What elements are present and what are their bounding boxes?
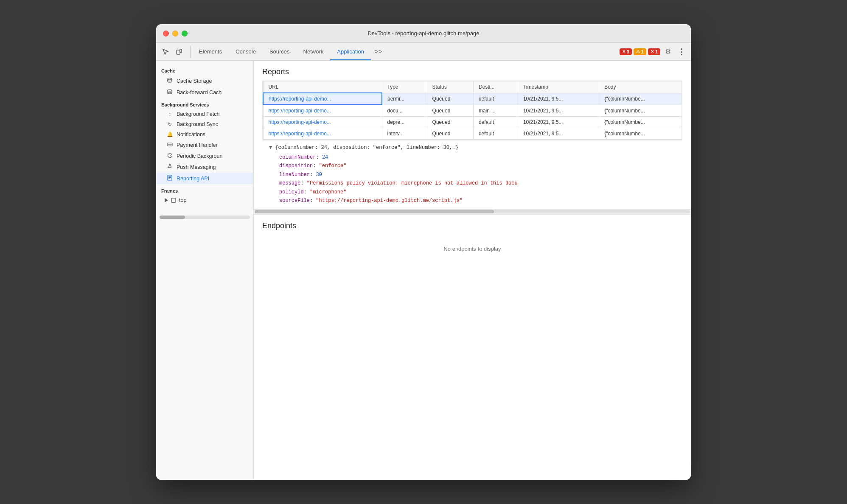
more-options-icon[interactable]: ⋮ — [676, 46, 687, 58]
detail-key: disposition — [279, 163, 313, 169]
tab-console[interactable]: Console — [229, 43, 263, 60]
device-mode-icon[interactable] — [173, 46, 185, 58]
content-inner: Reports URL Type Status Desti... Timesta… — [254, 61, 691, 480]
settings-icon[interactable]: ⚙ — [662, 46, 674, 58]
close-button[interactable] — [163, 31, 169, 36]
destination-cell: default — [473, 128, 518, 140]
status-cell: Queued — [427, 105, 473, 117]
detail-separator: : — [300, 180, 306, 186]
sidebar: Cache Cache Storage — [156, 61, 254, 480]
no-endpoints-text: No endpoints to display — [262, 237, 682, 260]
detail-key: lineNumber — [279, 172, 310, 178]
sidebar-section-cache: Cache — [156, 64, 253, 75]
frame-icon — [171, 197, 177, 203]
warn-badge[interactable]: ⚠ 1 — [634, 48, 646, 55]
detail-separator: : — [313, 163, 319, 169]
notifications-icon: 🔔 — [166, 132, 173, 137]
sidebar-item-bg-sync[interactable]: ↻ Background Sync — [156, 119, 253, 129]
reports-table: URL Type Status Desti... Timestamp Body … — [263, 81, 682, 140]
type-cell: depre... — [382, 117, 427, 128]
sidebar-section-frames: Frames — [156, 184, 253, 195]
detail-line: lineNumber: 30 — [269, 171, 676, 179]
expand-arrow-icon — [165, 198, 168, 202]
detail-value: "Permissions policy violation: microphon… — [307, 180, 518, 186]
cache-storage-icon — [166, 77, 173, 84]
inspect-icon[interactable] — [160, 46, 171, 58]
error-icon: ✕ — [622, 49, 625, 54]
sidebar-item-periodic-bg[interactable]: Periodic Backgroun — [156, 151, 253, 162]
detail-header: ▼ {columnNumber: 24, disposition: "enfor… — [269, 145, 676, 151]
body-cell: {"columnNumbe... — [599, 93, 682, 105]
url-cell[interactable]: https://reporting-api-demo... — [263, 117, 382, 128]
titlebar: DevTools - reporting-api-demo.glitch.me/… — [156, 24, 691, 43]
type-cell: interv... — [382, 128, 427, 140]
timestamp-cell: 10/21/2021, 9:5... — [518, 128, 599, 140]
sidebar-item-push-messaging[interactable]: Push Messaging — [156, 162, 253, 173]
maximize-button[interactable] — [182, 31, 188, 36]
tab-application[interactable]: Application — [330, 43, 371, 60]
status-cell: Queued — [427, 128, 473, 140]
detail-key: policyId — [279, 189, 304, 195]
detail-key: sourceFile — [279, 198, 310, 204]
url-cell[interactable]: https://reporting-api-demo... — [263, 93, 382, 105]
reports-title: Reports — [254, 61, 691, 81]
err2-badge[interactable]: ✕ 1 — [648, 48, 660, 55]
bg-sync-icon: ↻ — [166, 121, 173, 127]
sidebar-scrollbar-thumb — [160, 216, 185, 219]
sidebar-item-cache-storage[interactable]: Cache Storage — [156, 75, 253, 87]
detail-line: disposition: "enforce" — [269, 162, 676, 170]
body-cell: {"columnNumbe... — [599, 128, 682, 140]
back-forward-icon — [166, 89, 173, 96]
svg-point-9 — [169, 164, 170, 165]
toolbar-left-icons — [160, 46, 191, 58]
tab-sources[interactable]: Sources — [263, 43, 297, 60]
scrollbar-thumb — [255, 210, 494, 213]
col-url: URL — [263, 81, 382, 93]
scrollbar-track — [255, 210, 690, 213]
svg-point-3 — [168, 90, 172, 91]
periodic-bg-icon — [166, 153, 173, 160]
table-row[interactable]: https://reporting-api-demo...permi...Que… — [263, 93, 682, 105]
window-controls — [163, 31, 188, 36]
reports-area: URL Type Status Desti... Timestamp Body … — [254, 81, 691, 209]
sidebar-item-back-forward[interactable]: Back-forward Cach — [156, 87, 253, 98]
sidebar-scrollbar[interactable] — [160, 216, 250, 219]
sidebar-item-bg-fetch[interactable]: ↕ Background Fetch — [156, 109, 253, 119]
body-cell: {"columnNumbe... — [599, 117, 682, 128]
tab-network[interactable]: Network — [297, 43, 331, 60]
timestamp-cell: 10/21/2021, 9:5... — [518, 117, 599, 128]
detail-separator: : — [310, 172, 316, 178]
url-cell[interactable]: https://reporting-api-demo... — [263, 105, 382, 117]
detail-lines: columnNumber: 24disposition: "enforce"li… — [269, 153, 676, 205]
table-row[interactable]: https://reporting-api-demo...interv...Qu… — [263, 128, 682, 140]
sidebar-item-notifications[interactable]: 🔔 Notifications — [156, 129, 253, 140]
sidebar-item-payment-handler[interactable]: Payment Handler — [156, 140, 253, 151]
minimize-button[interactable] — [172, 31, 178, 36]
detail-line: columnNumber: 24 — [269, 153, 676, 162]
tab-elements[interactable]: Elements — [192, 43, 229, 60]
col-destination: Desti... — [473, 81, 518, 93]
horizontal-scrollbar[interactable] — [254, 209, 691, 214]
detail-line: message: "Permissions policy violation: … — [269, 179, 676, 188]
col-body: Body — [599, 81, 682, 93]
detail-line: policyId: "microphone" — [269, 188, 676, 196]
sidebar-section-bg-services: Background Services — [156, 98, 253, 109]
detail-line: sourceFile: "https://reporting-api-demo.… — [269, 196, 676, 205]
sidebar-item-reporting-api[interactable]: Reporting API — [156, 173, 253, 184]
bg-fetch-icon: ↕ — [166, 111, 173, 117]
status-cell: Queued — [427, 93, 473, 105]
endpoints-section: Endpoints No endpoints to display — [254, 214, 691, 267]
destination-cell: default — [473, 117, 518, 128]
err2-icon: ✕ — [651, 49, 654, 54]
svg-line-8 — [170, 156, 171, 156]
detail-header-text: {columnNumber: 24, disposition: "enforce… — [275, 145, 458, 151]
sidebar-item-top[interactable]: top — [156, 195, 253, 205]
error-badge[interactable]: ✕ 3 — [620, 48, 632, 55]
detail-value: "enforce" — [319, 163, 347, 169]
table-row[interactable]: https://reporting-api-demo...depre...Que… — [263, 117, 682, 128]
more-tabs-button[interactable]: >> — [371, 48, 386, 56]
url-cell[interactable]: https://reporting-api-demo... — [263, 128, 382, 140]
type-cell: permi... — [382, 93, 427, 105]
warn-icon: ⚠ — [636, 49, 640, 54]
table-row[interactable]: https://reporting-api-demo...docu...Queu… — [263, 105, 682, 117]
